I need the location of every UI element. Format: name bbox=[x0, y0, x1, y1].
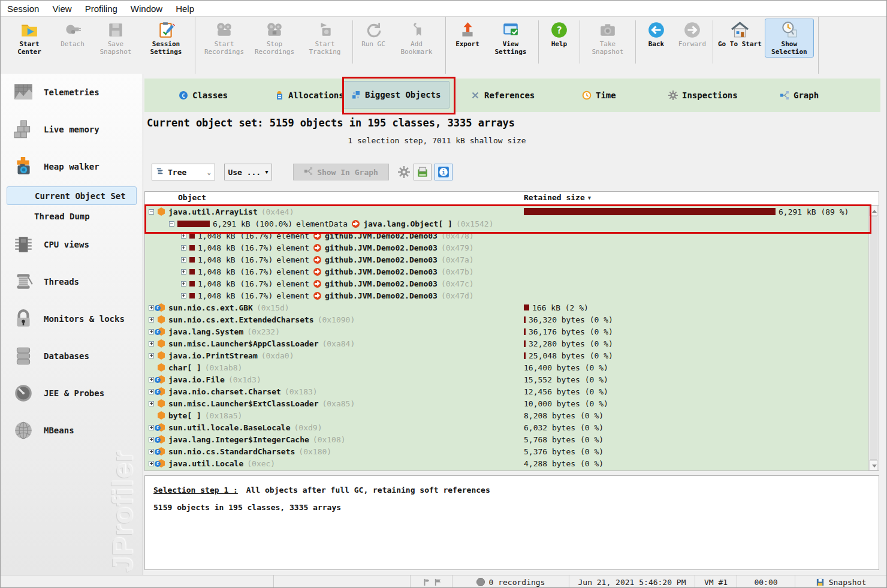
session-settings-button[interactable]: Session Settings bbox=[141, 19, 191, 58]
sidebar-item-thread-dump[interactable]: Thread Dump bbox=[1, 206, 143, 226]
expand-toggle-plus-icon[interactable] bbox=[149, 449, 154, 454]
tree-row[interactable]: Csun.nio.cs.StandardCharsets(0x180)5,376… bbox=[145, 445, 869, 457]
expand-toggle-plus-icon[interactable] bbox=[181, 257, 186, 263]
class-name-label: sun.util.locale.BaseLocale bbox=[168, 423, 291, 432]
tree-row[interactable]: Cjava.lang.Integer$IntegerCache(0x108)5,… bbox=[145, 433, 869, 445]
expand-toggle-plus-icon[interactable] bbox=[149, 341, 154, 346]
class-name-label: github.JVM.Demo02.Demo03 bbox=[325, 255, 438, 264]
status-recordings[interactable]: 0 recordings bbox=[452, 575, 569, 588]
expand-toggle-plus-icon[interactable] bbox=[181, 245, 186, 251]
sidebar-item-telemetries[interactable]: Telemetries bbox=[1, 74, 143, 111]
sidebar-item-current-object-set[interactable]: Current Object Set bbox=[7, 186, 137, 205]
scroll-up-button[interactable] bbox=[869, 206, 878, 216]
tree-row[interactable]: 1,048 kB (16.7%)elementgithub.JVM.Demo02… bbox=[145, 290, 869, 301]
signpost-icon[interactable] bbox=[420, 578, 429, 587]
expand-toggle-plus-icon[interactable] bbox=[149, 317, 154, 322]
menu-help[interactable]: Help bbox=[169, 4, 201, 14]
tree-row[interactable]: sun.misc.Launcher$AppClassLoader(0xa84)3… bbox=[145, 337, 869, 349]
sidebar-item-mbeans[interactable]: MBeans bbox=[1, 412, 143, 449]
expand-toggle-plus-icon[interactable] bbox=[181, 233, 186, 239]
expand-toggle-plus-icon[interactable] bbox=[149, 389, 154, 394]
back-button[interactable]: Back bbox=[639, 19, 674, 50]
tab-label: Biggest Objects bbox=[365, 90, 441, 99]
expand-toggle-minus-icon[interactable] bbox=[169, 221, 174, 227]
sidebar-item-monitors-locks[interactable]: Monitors & locks bbox=[1, 300, 143, 337]
tree-row[interactable]: java.io.PrintStream(0xda0)25,048 bytes (… bbox=[145, 349, 869, 361]
tree-row[interactable]: char[ ](0x1ab8)16,400 bytes (0 %) bbox=[145, 361, 869, 373]
sidebar-item-databases[interactable]: Databases bbox=[1, 337, 143, 375]
sidebar-item-threads[interactable]: Threads bbox=[1, 263, 143, 300]
expand-toggle-plus-icon[interactable] bbox=[149, 461, 154, 466]
tree-row[interactable]: Cjava.io.File(0x1d3)15,552 bytes (0 %) bbox=[145, 373, 869, 385]
selection-step-link[interactable]: Selection step 1 : bbox=[153, 486, 238, 494]
tree-row[interactable]: Cjava.nio.charset.Charset(0x183)12,456 b… bbox=[145, 385, 869, 397]
export-button[interactable]: Export bbox=[450, 19, 485, 50]
start-center-button[interactable]: Start Center bbox=[5, 19, 54, 58]
expand-toggle-plus-icon[interactable] bbox=[149, 401, 154, 406]
table-header[interactable]: Object Retained size ▼ bbox=[145, 192, 879, 206]
tree-row[interactable]: 1,048 kB (16.7%)elementgithub.JVM.Demo02… bbox=[145, 254, 869, 266]
tab-classes[interactable]: C Classes bbox=[179, 79, 228, 112]
menu-session[interactable]: Session bbox=[1, 4, 46, 14]
scroll-down-button[interactable] bbox=[869, 460, 878, 471]
scrollbar-thumb[interactable] bbox=[870, 216, 877, 460]
sidebar-item-cpu-views[interactable]: CPU views bbox=[1, 226, 143, 263]
tab-time[interactable]: Time bbox=[582, 79, 616, 112]
sidebar-item-jee-probes[interactable]: JEE & Probes bbox=[1, 375, 143, 412]
expand-toggle-plus-icon[interactable] bbox=[149, 377, 154, 382]
status-empty-2 bbox=[273, 575, 410, 588]
tab-inspections[interactable]: Inspections bbox=[668, 79, 738, 112]
sidebar-item-live-memory[interactable]: Live memory bbox=[1, 111, 143, 148]
column-retained-size[interactable]: Retained size ▼ bbox=[524, 193, 591, 202]
export-label: Export bbox=[455, 40, 479, 48]
menu-profiling[interactable]: Profiling bbox=[79, 4, 124, 14]
tree-row[interactable]: Cjava.lang.System(0x232)36,176 bytes (0 … bbox=[145, 325, 869, 337]
tree-row[interactable]: 1,048 kB (16.7%)elementgithub.JVM.Demo02… bbox=[145, 278, 869, 290]
expand-toggle-plus-icon[interactable] bbox=[149, 329, 154, 334]
expand-toggle-plus-icon[interactable] bbox=[149, 425, 154, 430]
tree-row[interactable]: Csun.nio.cs.ext.GBK(0x15d)166 kB (2 %) bbox=[145, 301, 869, 313]
go-to-start-button[interactable]: Go To Start bbox=[716, 19, 764, 50]
tab-biggest-objects[interactable]: Biggest Objects bbox=[342, 81, 449, 108]
sidebar-item-heap-walker[interactable]: Heap walker bbox=[1, 148, 143, 185]
expand-toggle-plus-icon[interactable] bbox=[181, 281, 186, 287]
tree-row[interactable]: 1,048 kB (16.7%)elementgithub.JVM.Demo02… bbox=[145, 266, 869, 278]
stop-recordings-label: Stop Recordings bbox=[252, 40, 297, 56]
help-button[interactable]: ? Help bbox=[542, 19, 577, 50]
info-button[interactable]: i bbox=[435, 164, 452, 180]
class-name-label: java.io.File bbox=[168, 375, 225, 384]
expand-toggle-plus-icon[interactable] bbox=[149, 353, 154, 358]
heap-snapshot-button[interactable] bbox=[414, 164, 432, 180]
menu-window[interactable]: Window bbox=[124, 4, 169, 14]
vertical-scrollbar[interactable] bbox=[868, 206, 879, 471]
toolbar: Start Center Detach Save Snapshot Sessio… bbox=[1, 17, 886, 74]
tree-row[interactable]: java.util.ArrayList(0x4e4)6,291 kB (89 %… bbox=[145, 206, 869, 218]
tree-row[interactable]: 6,291 kB (100.0%)elementDatajava.lang.Ob… bbox=[145, 218, 869, 230]
flag-icon[interactable] bbox=[433, 578, 442, 587]
tab-allocations[interactable]: Allocations bbox=[274, 79, 344, 112]
expand-toggle-minus-icon[interactable] bbox=[149, 209, 154, 215]
tree-row[interactable]: byte[ ](0x18a5)8,208 bytes (0 %) bbox=[145, 409, 869, 421]
view-mode-dropdown[interactable]: Tree ⌄ bbox=[152, 164, 215, 180]
menu-view[interactable]: View bbox=[46, 4, 78, 14]
view-settings-button[interactable]: View Settings bbox=[486, 19, 535, 58]
tree-row[interactable]: sun.misc.Launcher$ExtClassLoader(0xa85)1… bbox=[145, 397, 869, 409]
show-selection-button[interactable]: Show Selection bbox=[765, 19, 814, 58]
tree-row[interactable]: 1,048 kB (16.7%)elementgithub.JVM.Demo02… bbox=[145, 230, 869, 242]
object-address-label: (0x1d3) bbox=[228, 375, 261, 384]
tree-row[interactable]: Csun.util.locale.BaseLocale(0xd9)6,032 b… bbox=[145, 421, 869, 433]
expand-toggle-plus-icon[interactable] bbox=[149, 437, 154, 442]
tree-row[interactable]: 1,048 kB (16.7%)elementgithub.JVM.Demo02… bbox=[145, 242, 869, 254]
expand-toggle-plus-icon[interactable] bbox=[149, 305, 154, 310]
expand-toggle-plus-icon[interactable] bbox=[181, 293, 186, 298]
expand-toggle-plus-icon[interactable] bbox=[181, 269, 186, 275]
tab-references[interactable]: References bbox=[470, 79, 535, 112]
tree-row[interactable]: Cjava.util.Locale(0xec)4,288 bytes (0 %) bbox=[145, 457, 869, 469]
class-name-label: java.util.Locale bbox=[168, 459, 243, 468]
references-icon bbox=[470, 91, 480, 100]
tree-row[interactable]: sun.nio.cs.ext.ExtendedCharsets(0x1090)3… bbox=[145, 313, 869, 325]
use-button[interactable]: Use ... ▼ bbox=[224, 164, 272, 180]
tab-graph[interactable]: Graph bbox=[780, 79, 819, 112]
column-object[interactable]: Object bbox=[178, 193, 206, 202]
object-address-label: (0x479) bbox=[441, 243, 474, 252]
